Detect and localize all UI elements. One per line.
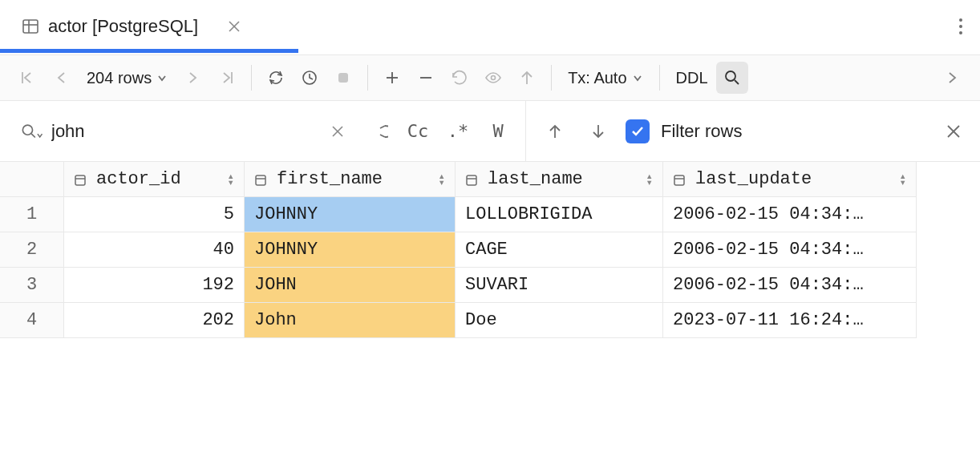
toolbar-more-button[interactable] — [937, 62, 969, 94]
prev-page-button[interactable] — [45, 62, 77, 94]
cell-last-name[interactable]: CAGE — [456, 232, 663, 268]
filter-rows-label: Filter rows — [661, 121, 742, 142]
svg-point-7 — [959, 31, 962, 34]
cell-actor-id[interactable]: 192 — [64, 268, 245, 303]
cell-actor-id[interactable]: 40 — [64, 232, 245, 268]
rows-count[interactable]: 204 rows — [79, 69, 176, 87]
svg-line-18 — [735, 80, 739, 84]
clear-search-button[interactable] — [322, 115, 354, 147]
tab-close-button[interactable] — [222, 19, 246, 34]
preview-changes-button[interactable] — [477, 62, 509, 94]
row-number[interactable]: 4 — [0, 303, 64, 338]
ddl-button[interactable]: DDL — [668, 69, 716, 87]
tx-mode-label: Tx: Auto — [568, 69, 626, 87]
cell-last-update[interactable]: 2006-02-15 04:34:… — [663, 232, 917, 268]
svg-rect-27 — [75, 176, 85, 185]
more-menu-button[interactable] — [950, 15, 972, 38]
find-button[interactable] — [716, 62, 748, 94]
match-case-button[interactable]: Cc — [402, 115, 434, 147]
next-page-button[interactable] — [177, 62, 209, 94]
svg-point-17 — [726, 71, 735, 81]
revert-button[interactable] — [443, 62, 476, 94]
cell-actor-id[interactable]: 202 — [64, 303, 245, 338]
column-header-first-name[interactable]: first_name ▴▾ — [245, 162, 456, 197]
cell-last-name[interactable]: SUVARI — [456, 268, 663, 303]
regex-button[interactable]: .* — [442, 115, 474, 147]
svg-point-19 — [22, 125, 32, 135]
tab-actor[interactable]: actor [PostgreSQL] — [14, 11, 253, 42]
cell-first-name[interactable]: JOHNNY — [245, 232, 456, 268]
remove-row-button[interactable] — [410, 62, 442, 94]
row-number-header[interactable] — [0, 162, 64, 197]
column-key-icon — [74, 171, 90, 188]
column-header-last-name[interactable]: last_name ▴▾ — [456, 162, 663, 197]
svg-point-6 — [959, 25, 962, 28]
svg-point-5 — [959, 18, 962, 22]
next-match-button[interactable] — [582, 115, 614, 147]
column-header-actor-id[interactable]: actor_id ▴▾ — [64, 162, 245, 197]
cell-last-update[interactable]: 2023-07-11 16:24:… — [663, 303, 917, 338]
tab-underline — [0, 49, 298, 53]
submit-button[interactable] — [511, 62, 543, 94]
auto-refresh-button[interactable] — [294, 62, 326, 94]
svg-line-20 — [31, 133, 35, 137]
first-page-button[interactable] — [11, 62, 43, 94]
refresh-button[interactable] — [260, 62, 292, 94]
svg-rect-11 — [338, 73, 348, 83]
search-icon[interactable] — [21, 123, 43, 140]
search-input[interactable] — [51, 121, 314, 142]
column-icon — [673, 171, 689, 188]
history-icon[interactable] — [362, 115, 394, 147]
rows-count-label: 204 rows — [87, 69, 152, 87]
svg-rect-29 — [256, 176, 265, 185]
cell-last-update[interactable]: 2006-02-15 04:34:… — [663, 197, 917, 232]
ddl-label: DDL — [676, 69, 708, 87]
svg-rect-33 — [674, 176, 684, 185]
sort-indicator-icon: ▴▾ — [228, 173, 234, 186]
svg-rect-31 — [467, 176, 476, 185]
sort-indicator-icon: ▴▾ — [646, 173, 653, 186]
data-table: actor_id ▴▾ first_name ▴▾ last_name ▴▾ l… — [0, 162, 980, 338]
cell-first-name[interactable]: John — [245, 303, 456, 338]
cell-first-name[interactable]: JOHN — [245, 268, 456, 303]
row-number[interactable]: 1 — [0, 197, 64, 232]
close-filter-button[interactable] — [940, 118, 967, 145]
filter-rows-checkbox[interactable] — [626, 119, 650, 143]
cell-actor-id[interactable]: 5 — [64, 197, 245, 232]
svg-rect-0 — [23, 20, 38, 33]
svg-point-15 — [492, 76, 496, 80]
add-row-button[interactable] — [376, 62, 408, 94]
cell-last-name[interactable]: LOLLOBRIGIDA — [456, 197, 663, 232]
tab-bar: actor [PostgreSQL] — [0, 0, 980, 54]
cell-last-update[interactable]: 2006-02-15 04:34:… — [663, 268, 917, 303]
tab-title: actor [PostgreSQL] — [48, 16, 198, 37]
tx-mode-button[interactable]: Tx: Auto — [560, 69, 650, 87]
cell-first-name[interactable]: JOHNNY — [245, 197, 456, 232]
last-page-button[interactable] — [211, 62, 243, 94]
sort-indicator-icon: ▴▾ — [439, 173, 445, 186]
cell-last-name[interactable]: Doe — [456, 303, 663, 338]
row-number[interactable]: 2 — [0, 232, 64, 268]
column-icon — [465, 171, 481, 188]
words-button[interactable]: W — [482, 115, 514, 147]
toolbar: 204 rows — [0, 54, 980, 101]
stop-button[interactable] — [327, 62, 359, 94]
column-header-last-update[interactable]: last_update ▴▾ — [663, 162, 917, 197]
table-icon — [21, 17, 40, 36]
row-number[interactable]: 3 — [0, 268, 64, 303]
filter-bar: Cc .* W Filter rows — [0, 101, 980, 162]
column-icon — [254, 171, 270, 188]
prev-match-button[interactable] — [539, 115, 571, 147]
sort-indicator-icon: ▴▾ — [900, 173, 906, 186]
